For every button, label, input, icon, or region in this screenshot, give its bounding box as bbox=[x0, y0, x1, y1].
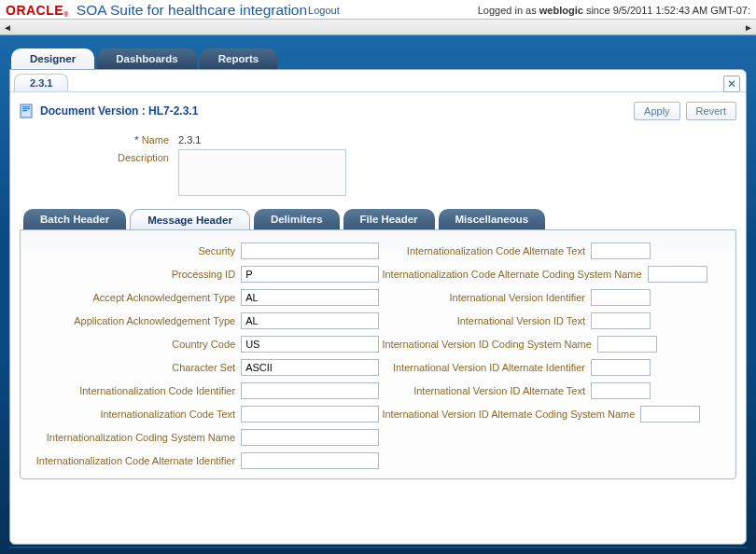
tab-designer[interactable]: Designer bbox=[11, 48, 94, 69]
form-row: International Version ID Alternate Text bbox=[382, 381, 724, 400]
login-status: Logged in as weblogic since 9/5/2011 1:5… bbox=[478, 5, 750, 16]
field-label: Application Acknowledgement Type bbox=[32, 315, 241, 326]
field-label: Internationalization Code Alternate Iden… bbox=[32, 455, 241, 466]
tab-reports[interactable]: Reports bbox=[200, 48, 277, 69]
field-input[interactable] bbox=[241, 242, 379, 259]
field-input[interactable] bbox=[648, 266, 707, 283]
nav-tabs: Designer Dashboards Reports bbox=[11, 48, 747, 69]
field-input[interactable] bbox=[591, 312, 651, 329]
field-input[interactable] bbox=[591, 359, 651, 376]
message-header-form: SecurityProcessing IDAccept Acknowledgem… bbox=[20, 229, 736, 479]
bottom-border-accent bbox=[9, 547, 747, 548]
form-row: International Version ID Text bbox=[382, 312, 724, 330]
form-row: International Version ID Coding System N… bbox=[382, 335, 724, 353]
scroll-right-arrow-icon[interactable]: ► bbox=[743, 21, 754, 33]
form-row: Internationalization Code Identifier bbox=[32, 381, 374, 400]
inner-tabs: Batch Header Message Header Delimiters F… bbox=[10, 209, 746, 229]
form-row: Country Code bbox=[32, 335, 374, 353]
header-bar: ORACLE® SOA Suite for healthcare integra… bbox=[0, 0, 756, 19]
subtab-row: 2.3.1 bbox=[10, 70, 746, 92]
field-input[interactable] bbox=[241, 382, 379, 399]
form-row: Processing ID bbox=[32, 265, 374, 284]
field-input[interactable] bbox=[591, 242, 651, 259]
name-description-block: * Name 2.3.1 Description bbox=[10, 126, 746, 209]
name-label: * Name bbox=[48, 132, 178, 145]
field-label: Country Code bbox=[32, 339, 241, 350]
form-row: Internationalization Coding System Name bbox=[32, 428, 374, 447]
form-row: International Version ID Alternate Codin… bbox=[382, 405, 724, 423]
field-input[interactable] bbox=[640, 406, 700, 422]
breadcrumb-scrollbar: ◄ ► bbox=[0, 19, 756, 35]
tab-batch-header[interactable]: Batch Header bbox=[23, 209, 126, 229]
svg-rect-2 bbox=[22, 108, 30, 109]
logout-link[interactable]: Logout bbox=[308, 5, 340, 16]
tab-dashboards[interactable]: Dashboards bbox=[97, 48, 196, 69]
field-input[interactable] bbox=[241, 289, 379, 306]
field-input[interactable] bbox=[591, 382, 651, 399]
field-label: International Version ID Text bbox=[382, 315, 591, 326]
tab-miscellaneous[interactable]: Miscellaneous bbox=[439, 209, 546, 229]
tab-delimiters[interactable]: Delimiters bbox=[254, 209, 340, 229]
apply-button[interactable]: Apply bbox=[634, 102, 680, 120]
field-label: Security bbox=[32, 245, 241, 256]
field-input[interactable] bbox=[241, 406, 379, 422]
field-label: Internationalization Code Alternate Codi… bbox=[382, 269, 647, 280]
field-input[interactable] bbox=[241, 266, 379, 283]
form-row: Accept Acknowledgement Type bbox=[32, 288, 374, 307]
field-label: Internationalization Code Alternate Text bbox=[382, 245, 591, 256]
form-row: Internationalization Code Text bbox=[32, 405, 374, 423]
field-label: Internationalization Coding System Name bbox=[32, 432, 241, 443]
description-input[interactable] bbox=[178, 149, 346, 196]
document-header: Document Version : HL7-2.3.1 Apply Rever… bbox=[10, 92, 746, 126]
subtab-version[interactable]: 2.3.1 bbox=[14, 74, 68, 91]
svg-rect-3 bbox=[22, 110, 27, 111]
name-value: 2.3.1 bbox=[178, 132, 201, 145]
document-icon bbox=[20, 104, 36, 118]
field-label: Internationalization Code Identifier bbox=[32, 385, 241, 396]
suite-title: SOA Suite for healthcare integration bbox=[77, 2, 307, 19]
field-label: Processing ID bbox=[32, 269, 241, 280]
form-row: International Version Identifier bbox=[382, 288, 724, 307]
document-title: Document Version : HL7-2.3.1 bbox=[40, 104, 198, 118]
field-label: Accept Acknowledgement Type bbox=[32, 292, 241, 303]
form-row: Internationalization Code Alternate Text bbox=[382, 242, 724, 260]
field-label: International Version Identifier bbox=[382, 292, 591, 303]
field-label: Character Set bbox=[32, 362, 241, 373]
designer-panel: 2.3.1 ✕ Document Version : HL7-2.3.1 App… bbox=[9, 69, 747, 545]
field-input[interactable] bbox=[241, 312, 379, 329]
scroll-left-arrow-icon[interactable]: ◄ bbox=[2, 21, 13, 33]
form-row: Security bbox=[32, 242, 374, 260]
content-shell: Designer Dashboards Reports 2.3.1 ✕ Docu… bbox=[0, 35, 756, 554]
form-row: Application Acknowledgement Type bbox=[32, 312, 374, 330]
form-row: Internationalization Code Alternate Iden… bbox=[32, 451, 374, 470]
tab-file-header[interactable]: File Header bbox=[343, 209, 435, 229]
form-row: International Version ID Alternate Ident… bbox=[382, 358, 724, 377]
field-input[interactable] bbox=[591, 289, 651, 306]
field-label: International Version ID Alternate Text bbox=[382, 385, 591, 396]
field-input[interactable] bbox=[241, 336, 379, 353]
form-left-column: SecurityProcessing IDAccept Acknowledgem… bbox=[32, 242, 374, 475]
field-label: Internationalization Code Text bbox=[32, 409, 241, 420]
field-input[interactable] bbox=[241, 429, 379, 446]
form-right-column: Internationalization Code Alternate Text… bbox=[382, 242, 724, 475]
close-icon[interactable]: ✕ bbox=[723, 76, 740, 92]
form-row: Internationalization Code Alternate Codi… bbox=[382, 265, 724, 284]
field-label: International Version ID Alternate Ident… bbox=[382, 362, 591, 373]
oracle-logo: ORACLE® bbox=[6, 3, 69, 18]
field-input[interactable] bbox=[241, 359, 379, 376]
description-label: Description bbox=[48, 149, 178, 163]
field-label: International Version ID Alternate Codin… bbox=[382, 409, 640, 420]
form-row: Character Set bbox=[32, 358, 374, 377]
revert-button[interactable]: Revert bbox=[686, 102, 736, 120]
field-label: International Version ID Coding System N… bbox=[382, 339, 596, 350]
field-input[interactable] bbox=[241, 452, 379, 469]
svg-rect-1 bbox=[22, 106, 30, 107]
field-input[interactable] bbox=[597, 336, 657, 353]
tab-message-header[interactable]: Message Header bbox=[130, 209, 250, 229]
